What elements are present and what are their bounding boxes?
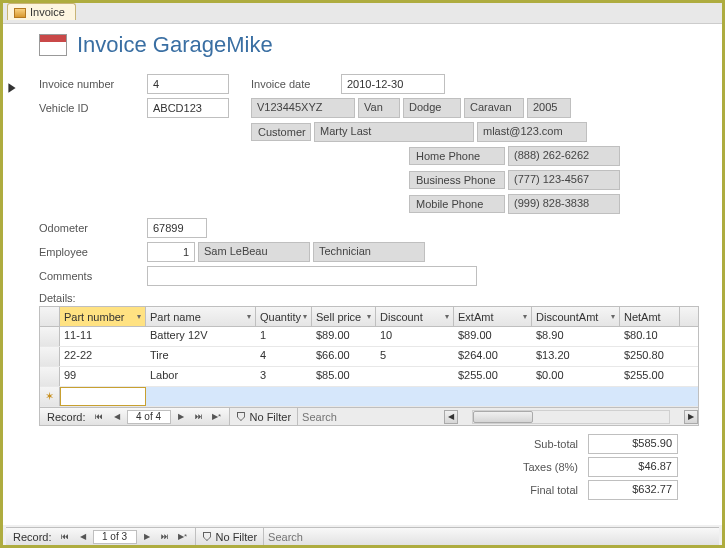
subtotal-label: Sub-total	[534, 438, 578, 450]
new-row-input[interactable]	[60, 387, 146, 406]
employee-label: Employee	[39, 246, 147, 258]
table-row[interactable]: 22-22 Tire 4 $66.00 5 $264.00 $13.20 $25…	[40, 347, 698, 367]
col-net-amt[interactable]: NetAmt	[620, 307, 680, 326]
home-phone-label: Home Phone	[409, 147, 505, 165]
record-selector[interactable]	[6, 82, 18, 94]
filter-button[interactable]: ⛉ No Filter	[230, 408, 299, 425]
subtotal-value: $585.90	[588, 434, 678, 454]
col-discount[interactable]: Discount▾	[376, 307, 454, 326]
nav-next-button[interactable]: ▶	[139, 530, 155, 544]
year-field: 2005	[527, 98, 571, 118]
filter-icon: ⛉	[236, 411, 247, 423]
col-quantity[interactable]: Quantity▾	[256, 307, 312, 326]
vehicle-id-input[interactable]	[147, 98, 229, 118]
row-selector[interactable]	[40, 347, 60, 366]
comments-label: Comments	[39, 270, 147, 282]
grid-header: Part number▾ Part name▾ Quantity▾ Sell p…	[40, 307, 698, 327]
scrollbar[interactable]	[472, 410, 670, 424]
form-area: Invoice GarageMike Invoice number Invoic…	[3, 23, 722, 525]
chevron-down-icon[interactable]: ▾	[137, 312, 141, 321]
nav-next-button[interactable]: ▶	[173, 410, 189, 424]
chevron-down-icon[interactable]: ▾	[303, 312, 307, 321]
body-field: Van	[358, 98, 400, 118]
chevron-down-icon[interactable]: ▾	[247, 312, 251, 321]
nav-first-button[interactable]: ⏮	[91, 410, 107, 424]
invoice-date-input[interactable]	[341, 74, 445, 94]
nav-last-button[interactable]: ⏭	[191, 410, 207, 424]
scroll-thumb[interactable]	[473, 411, 533, 423]
table-row[interactable]: 99 Labor 3 $85.00 $255.00 $0.00 $255.00	[40, 367, 698, 387]
tab-label: Invoice	[30, 6, 65, 18]
business-phone-label: Business Phone	[409, 171, 505, 189]
row-selector-header[interactable]	[40, 307, 60, 326]
details-label: Details:	[39, 292, 704, 304]
home-phone-field: (888) 262-6262	[508, 146, 620, 166]
tab-bar: Invoice	[3, 3, 722, 23]
nav-first-button[interactable]: ⏮	[57, 530, 73, 544]
page-title: Invoice GarageMike	[77, 32, 273, 58]
chevron-down-icon[interactable]: ▾	[367, 312, 371, 321]
search-input[interactable]	[264, 530, 410, 544]
employee-name-field: Sam LeBeau	[198, 242, 310, 262]
mobile-phone-label: Mobile Phone	[409, 195, 505, 213]
nav-last-button[interactable]: ⏭	[157, 530, 173, 544]
chevron-down-icon[interactable]: ▾	[611, 312, 615, 321]
taxes-value: $46.87	[588, 457, 678, 477]
nav-new-button[interactable]: ▶*	[175, 530, 191, 544]
form-icon	[14, 8, 26, 18]
nav-prev-button[interactable]: ◀	[109, 410, 125, 424]
col-discount-amt[interactable]: DiscountAmt▾	[532, 307, 620, 326]
final-total-label: Final total	[530, 484, 578, 496]
subform-nav: Record: ⏮ ◀ ▶ ⏭ ▶* ⛉ No Filter ◀ ▶	[40, 407, 698, 425]
record-position[interactable]	[93, 530, 137, 544]
nav-prev-button[interactable]: ◀	[75, 530, 91, 544]
new-row-icon[interactable]: ✶	[40, 387, 60, 406]
customer-label: Customer	[251, 123, 311, 141]
invoice-icon	[39, 34, 67, 56]
make-field: Dodge	[403, 98, 461, 118]
vin-field: V123445XYZ	[251, 98, 355, 118]
col-part-number[interactable]: Part number▾	[60, 307, 146, 326]
final-total-value: $632.77	[588, 480, 678, 500]
table-row[interactable]: 11-11 Battery 12V 1 $89.00 10 $89.00 $8.…	[40, 327, 698, 347]
chevron-down-icon[interactable]: ▾	[445, 312, 449, 321]
employee-id-input[interactable]	[147, 242, 195, 262]
employee-role-field: Technician	[313, 242, 425, 262]
new-row[interactable]: ✶	[40, 387, 698, 407]
odometer-label: Odometer	[39, 222, 147, 234]
row-selector[interactable]	[40, 327, 60, 346]
comments-input[interactable]	[147, 266, 477, 286]
customer-email-field: mlast@123.com	[477, 122, 587, 142]
search-input[interactable]	[298, 410, 444, 424]
scroll-right-button[interactable]: ▶	[684, 410, 698, 424]
chevron-down-icon[interactable]: ▾	[523, 312, 527, 321]
invoice-date-label: Invoice date	[251, 78, 341, 90]
mobile-phone-field: (999) 828-3838	[508, 194, 620, 214]
vehicle-id-label: Vehicle ID	[39, 102, 147, 114]
invoice-number-label: Invoice number	[39, 78, 147, 90]
customer-name-field: Marty Last	[314, 122, 474, 142]
filter-button[interactable]: ⛉ No Filter	[196, 528, 265, 545]
row-selector[interactable]	[40, 367, 60, 386]
taxes-label: Taxes (8%)	[523, 461, 578, 473]
invoice-number-input[interactable]	[147, 74, 229, 94]
scroll-left-button[interactable]: ◀	[444, 410, 458, 424]
model-field: Caravan	[464, 98, 524, 118]
filter-icon: ⛉	[202, 531, 213, 543]
tab-invoice[interactable]: Invoice	[7, 3, 76, 20]
record-label: Record:	[44, 411, 89, 423]
col-sell-price[interactable]: Sell price▾	[312, 307, 376, 326]
col-part-name[interactable]: Part name▾	[146, 307, 256, 326]
details-grid: Part number▾ Part name▾ Quantity▾ Sell p…	[39, 306, 699, 426]
record-label: Record:	[10, 531, 55, 543]
odometer-input[interactable]	[147, 218, 207, 238]
form-header: Invoice GarageMike	[21, 32, 704, 58]
nav-new-button[interactable]: ▶*	[209, 410, 225, 424]
col-ext-amt[interactable]: ExtAmt▾	[454, 307, 532, 326]
record-position[interactable]	[127, 410, 171, 424]
totals: Sub-total $585.90 Taxes (8%) $46.87 Fina…	[21, 434, 704, 500]
business-phone-field: (777) 123-4567	[508, 170, 620, 190]
main-nav: Record: ⏮ ◀ ▶ ⏭ ▶* ⛉ No Filter	[6, 527, 719, 545]
